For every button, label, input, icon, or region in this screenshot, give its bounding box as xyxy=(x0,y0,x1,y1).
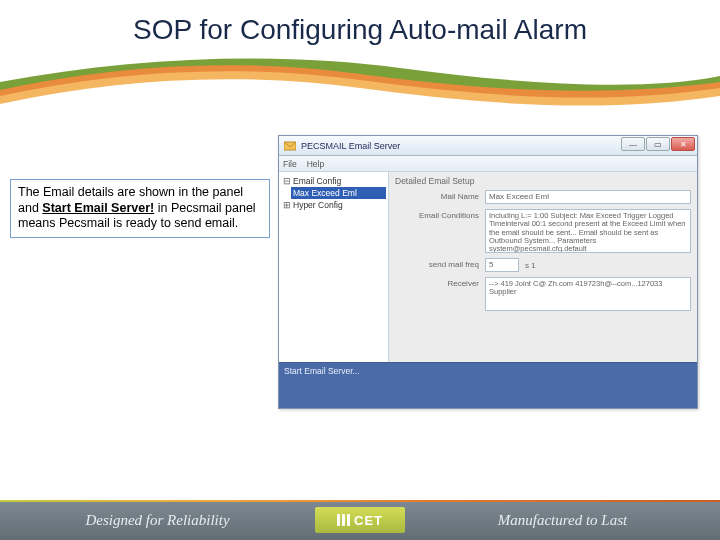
menu-file[interactable]: File xyxy=(283,159,297,169)
logo-text: CET xyxy=(354,513,383,528)
tree-panel: ⊟Email Config Max Exceed Eml ⊞Hyper Conf… xyxy=(279,172,389,362)
menubar: File Help xyxy=(279,156,697,172)
receiver-input[interactable]: --> 419 Joint C@ Zh.com 419723h@--com...… xyxy=(485,277,691,311)
titlebar: PECSMAIL Email Server — ▭ ✕ xyxy=(279,136,697,156)
callout-line2: and Start Email Server! in Pecsmail pane… xyxy=(18,201,262,217)
status-line: Start Email Server... xyxy=(284,366,692,376)
slide-title: SOP for Configuring Auto-mail Alarm xyxy=(0,14,720,46)
tree-other[interactable]: ⊞Hyper Config xyxy=(281,199,386,211)
send-rate-input[interactable]: 5 xyxy=(485,258,519,272)
footer-left: Designed for Reliability xyxy=(0,512,315,529)
footer-right: Manufactured to Last xyxy=(405,512,720,529)
callout-line3: means Pecsmail is ready to send email. xyxy=(18,216,262,232)
window-buttons: — ▭ ✕ xyxy=(620,137,695,151)
footer-accent xyxy=(0,500,720,502)
maximize-button[interactable]: ▭ xyxy=(646,137,670,151)
mail-name-label: Mail Name xyxy=(395,190,485,203)
pecsmail-window: PECSMAIL Email Server — ▭ ✕ File Help ⊟E… xyxy=(278,135,698,409)
app-icon xyxy=(283,139,297,153)
form-panel: Detailed Email Setup Mail Name Max Excee… xyxy=(389,172,697,362)
conditions-label: Email Conditions xyxy=(395,209,485,222)
mail-name-input[interactable]: Max Exceed Eml xyxy=(485,190,691,204)
send-rate-unit: s 1 xyxy=(525,261,536,270)
logo-bars-icon xyxy=(337,514,350,526)
footer-bar: Designed for Reliability CET Manufacture… xyxy=(0,500,720,540)
window-title: PECSMAIL Email Server xyxy=(301,141,400,151)
close-button[interactable]: ✕ xyxy=(671,137,695,151)
callout-line1: The Email details are shown in the panel xyxy=(18,185,262,201)
status-panel: Start Email Server... xyxy=(279,362,697,408)
tree-selected[interactable]: Max Exceed Eml xyxy=(291,187,386,199)
minimize-button[interactable]: — xyxy=(621,137,645,151)
receiver-label: Receiver xyxy=(395,277,485,290)
send-rate-label: send mail freq xyxy=(395,258,485,271)
explanation-callout: The Email details are shown in the panel… xyxy=(10,179,270,238)
tree-root[interactable]: ⊟Email Config xyxy=(281,175,386,187)
client-area: ⊟Email Config Max Exceed Eml ⊞Hyper Conf… xyxy=(279,172,697,362)
menu-help[interactable]: Help xyxy=(307,159,324,169)
swoosh-icon xyxy=(0,54,720,114)
header-swoosh xyxy=(0,54,720,114)
form-heading: Detailed Email Setup xyxy=(395,176,691,186)
conditions-input[interactable]: Including L:= 1:00 Subject: Max Exceed T… xyxy=(485,209,691,253)
slide: SOP for Configuring Auto-mail Alarm The … xyxy=(0,0,720,540)
footer-logo: CET xyxy=(315,507,405,533)
